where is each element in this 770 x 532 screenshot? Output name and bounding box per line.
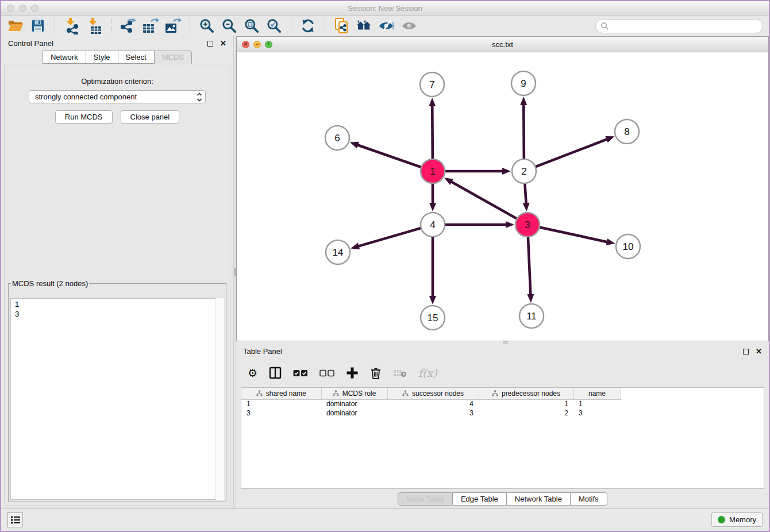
graph-node-6[interactable]: 6 — [325, 126, 349, 150]
graph-node-10[interactable]: 10 — [616, 234, 640, 259]
show-panel-eye-icon[interactable] — [401, 17, 418, 34]
table-cell[interactable]: 1 — [573, 399, 621, 408]
control-panel-title: Control Panel — [8, 39, 53, 48]
task-history-button[interactable] — [7, 512, 23, 527]
network-window-title: scc.txt — [237, 40, 768, 49]
close-table-panel-icon[interactable]: ✕ — [756, 348, 762, 355]
tab-network-table[interactable]: Network Table — [507, 492, 571, 506]
node-label: 15 — [428, 313, 438, 323]
graph-node-2[interactable]: 2 — [512, 159, 536, 183]
graph-edge-1-6[interactable] — [350, 142, 421, 167]
splitter-grip[interactable] — [503, 341, 508, 344]
graph-node-15[interactable]: 15 — [421, 306, 445, 330]
table-options-icon[interactable]: ⚙ — [248, 367, 257, 379]
graph-edge-3-11[interactable] — [527, 237, 534, 303]
zoom-fit-icon[interactable] — [243, 17, 260, 34]
graph-edge-1-7[interactable] — [429, 98, 436, 159]
graph-node-7[interactable]: 7 — [420, 72, 444, 97]
tab-node-table[interactable]: Node Table — [398, 492, 453, 506]
column-header-successor-nodes[interactable]: successor nodes — [387, 388, 479, 399]
graph-node-4[interactable]: 4 — [421, 213, 445, 237]
column-header-MCDS-role[interactable]: MCDS role — [321, 388, 387, 399]
graph-edge-1-2[interactable] — [445, 168, 511, 175]
graph-edge-2-9[interactable] — [520, 97, 527, 159]
graph-edge-3-1[interactable] — [444, 178, 517, 218]
table-cell[interactable]: 1 — [479, 399, 573, 408]
tab-edge-table[interactable]: Edge Table — [453, 492, 507, 506]
network-canvas[interactable]: 7968124314101511 — [237, 52, 768, 341]
hide-panel-eye-icon[interactable] — [378, 17, 395, 34]
table-cell[interactable]: 4 — [387, 399, 479, 408]
import-table-icon[interactable] — [86, 17, 103, 34]
close-panel-icon[interactable]: ✕ — [220, 40, 226, 47]
first-neighbors-icon[interactable] — [356, 17, 373, 34]
graph-edge-2-8[interactable] — [536, 136, 615, 167]
column-header-name[interactable]: name — [573, 388, 621, 399]
node-table: shared nameMCDS rolesuccessor nodesprede… — [241, 387, 764, 489]
table-row[interactable]: 1dominator411 — [241, 399, 621, 408]
tab-style[interactable]: Style — [86, 51, 118, 64]
table-cell[interactable]: 1 — [241, 399, 321, 408]
table-cell[interactable]: 3 — [573, 408, 621, 418]
splitter-grip[interactable] — [234, 268, 236, 276]
mcds-result-text[interactable]: 1 3 — [10, 298, 224, 500]
select-all-icon[interactable] — [293, 369, 308, 377]
tab-select[interactable]: Select — [118, 51, 155, 64]
export-network-icon[interactable] — [120, 17, 137, 34]
graph-node-9[interactable]: 9 — [511, 71, 536, 95]
table-cell[interactable]: 3 — [387, 408, 479, 418]
tab-mcds[interactable]: MCDS — [155, 51, 192, 64]
graph-edge-4-15[interactable] — [429, 237, 436, 304]
tab-network[interactable]: Network — [43, 51, 86, 64]
delete-table-icon[interactable] — [393, 368, 407, 377]
node-label: 2 — [521, 166, 526, 177]
main-area: Control Panel ✕ NetworkStyleSelectMCDS O… — [1, 36, 769, 508]
function-builder-icon[interactable]: f(x) — [418, 367, 437, 379]
graph-edge-1-4[interactable] — [429, 183, 436, 211]
float-panel-icon[interactable] — [207, 41, 213, 47]
memory-button[interactable]: Memory — [711, 512, 763, 527]
search-input[interactable] — [612, 20, 763, 32]
graph-node-3[interactable]: 3 — [515, 213, 540, 237]
zoom-out-icon[interactable] — [221, 17, 238, 34]
open-session-icon[interactable] — [7, 17, 24, 34]
show-column-panel-icon[interactable] — [269, 367, 282, 379]
graph-node-8[interactable]: 8 — [615, 119, 639, 144]
graph-edge-4-3[interactable] — [445, 221, 514, 228]
unselect-all-icon[interactable] — [319, 369, 334, 377]
result-scrollbar[interactable] — [215, 298, 224, 500]
import-network-icon[interactable] — [63, 17, 80, 34]
run-mcds-button[interactable]: Run MCDS — [55, 110, 113, 124]
delete-column-icon[interactable] — [370, 367, 382, 380]
column-header-shared-name[interactable]: shared name — [241, 388, 321, 399]
table-row[interactable]: 3dominator323 — [241, 408, 621, 418]
duplicate-network-icon[interactable] — [333, 17, 351, 34]
memory-status-icon — [718, 516, 725, 523]
table-cell[interactable]: dominator — [321, 399, 387, 408]
zoom-selected-icon[interactable] — [265, 17, 283, 34]
table-cell[interactable]: 3 — [241, 408, 321, 418]
graph-node-14[interactable]: 14 — [326, 240, 350, 264]
save-session-icon[interactable] — [29, 17, 47, 34]
horizontal-splitter[interactable] — [236, 341, 769, 344]
add-column-icon[interactable] — [346, 367, 359, 379]
table-cell[interactable]: dominator — [321, 408, 387, 418]
export-table-icon[interactable] — [142, 17, 159, 34]
tab-motifs[interactable]: Motifs — [571, 492, 607, 506]
graph-edge-3-10[interactable] — [540, 227, 615, 245]
criterion-select[interactable]: strongly connected component — [29, 90, 206, 103]
graph-edge-4-14[interactable] — [351, 228, 421, 249]
zoom-in-icon[interactable] — [198, 17, 215, 34]
node-label: 11 — [526, 311, 537, 322]
vertical-splitter[interactable] — [233, 36, 236, 508]
close-panel-button[interactable]: Close panel — [121, 110, 180, 124]
export-image-icon[interactable] — [164, 17, 182, 34]
graph-node-1[interactable]: 1 — [421, 159, 445, 183]
graph-edge-2-3[interactable] — [523, 183, 530, 211]
graph-node-11[interactable]: 11 — [519, 304, 544, 328]
float-table-panel-icon[interactable] — [743, 349, 749, 354]
column-header-predecessor-nodes[interactable]: predecessor nodes — [479, 388, 573, 399]
mcds-result-title: MCDS result (2 nodes) — [11, 279, 89, 288]
table-cell[interactable]: 2 — [479, 408, 573, 418]
apply-layout-icon[interactable] — [299, 17, 317, 34]
